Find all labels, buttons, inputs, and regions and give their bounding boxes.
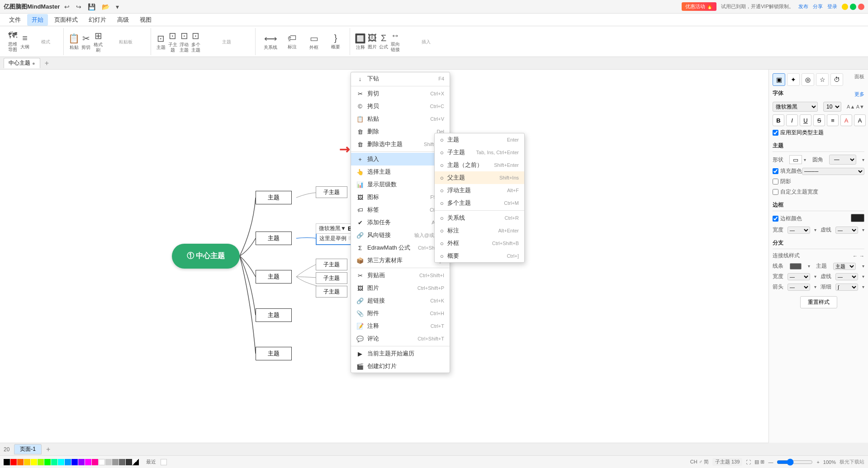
minimize-btn[interactable] [842,4,848,10]
ctx-drill-down[interactable]: ↓ 下钻 F4 [351,72,450,85]
branch-node-5[interactable]: 主题 [256,347,292,360]
border-dash-dropdown[interactable]: ▾ [862,227,864,232]
ctx-cut[interactable]: ✂ 剪切 Ctrl+X [351,87,450,100]
sub-node-3[interactable]: 子主题 [316,259,347,270]
font-size-select[interactable]: 10 [823,102,841,112]
sub-ctx-summary[interactable]: ○ 概要 Ctrl+] [435,250,524,262]
branch-topic-select[interactable]: 主题 [833,263,856,270]
bidirectional-btn[interactable]: ↔ 双向链接 [390,30,401,53]
sub-context-menu[interactable]: ○ 主题 Enter ○ 子主题 Tab, Ins, Ctrl+Enter ○ … [434,133,525,263]
palette-orange[interactable] [17,459,24,465]
apply-same-type-checkbox[interactable] [773,130,778,136]
ctx-create-slide[interactable]: 🎬 创建幻灯片 [351,360,450,373]
login-btn[interactable]: 登录 [827,3,837,10]
tab-add-btn[interactable]: + [42,59,52,67]
branch-width-select[interactable]: — [787,273,810,280]
palette-cyan[interactable] [58,459,64,465]
palette-pink[interactable] [92,459,98,465]
shadow-checkbox[interactable] [773,179,778,184]
palette-violet[interactable] [78,459,85,465]
palette-light-gray[interactable] [105,459,112,465]
branch-node-3[interactable]: 主题 [256,270,292,284]
relation-btn[interactable]: ⟷ 关系线 [260,30,281,53]
font-more-btn[interactable]: 更多 [854,91,864,98]
topic-btn[interactable]: ⊡ 主题 [156,30,166,53]
zoom-slider[interactable] [777,459,813,466]
sub-ctx-topic[interactable]: ○ 主题 Enter [435,133,524,146]
ctx-hyperlink[interactable]: 🔗 超链接 Ctrl+K [351,294,450,307]
panel-panel-toggle[interactable]: 面板 [854,73,864,86]
fullscreen-icon[interactable]: ⛶ [746,459,751,465]
panel-tab-star[interactable]: ☆ [816,73,829,86]
corner-select[interactable]: — [829,155,856,165]
highlight-btn[interactable]: A [854,114,866,126]
connect-right-arrow[interactable]: → [859,253,864,259]
palette-yellow-dark[interactable] [24,459,30,465]
border-dash-select[interactable]: — [835,227,858,234]
frame-btn[interactable]: ▭ 外框 [304,30,324,53]
image-btn[interactable]: 🖼 图片 [367,30,378,53]
branch-dash-dropdown[interactable]: ▾ [862,274,864,279]
sub-ctx-parent-topic[interactable]: ○ 父主题 Shift+Ins [435,171,524,184]
border-color-checkbox[interactable] [773,216,778,222]
publish-btn[interactable]: 发布 [798,3,808,10]
palette-dark-gray[interactable] [119,459,125,465]
align-btn[interactable]: ≡ [827,114,839,126]
sub-ctx-annotation[interactable]: ○ 标注 Alt+Enter [435,224,524,237]
ctx-paste[interactable]: 📋 粘贴 Ctrl+V [351,113,450,125]
panel-tab-clock[interactable]: ⏱ [830,73,843,86]
mindmap-btn[interactable]: 🗺 思维导图 [7,30,19,53]
palette-gradient[interactable] [133,459,139,465]
open-btn[interactable]: 📂 [100,2,111,11]
subtopic-btn[interactable]: ⊡ 子主题 [167,30,178,53]
undo-btn[interactable]: ↩ [62,2,71,11]
palette-yellow[interactable] [31,459,37,465]
sub-ctx-before-topic[interactable]: ○ 主题（之前） Shift+Enter [435,159,524,171]
underline-btn[interactable]: U [800,114,811,126]
menu-file[interactable]: 文件 [5,14,25,26]
branch-node-2[interactable]: 主题 [256,232,292,245]
sub-node-4[interactable]: 子主题 [316,272,347,284]
strikethrough-btn[interactable]: S [813,114,825,126]
edit-font-family[interactable]: 微软雅黑▼ [319,225,346,232]
font-family-select[interactable]: 微软雅黑 [773,102,818,112]
float-topic-btn[interactable]: ⊡ 浮动主题 [179,30,190,53]
sub-node-1[interactable]: 子主题 [316,186,347,198]
branch-line-dropdown[interactable]: ▾ [808,264,810,269]
menu-view[interactable]: 视图 [135,14,156,26]
panel-tab-style[interactable]: ▣ [773,73,785,86]
palette-black[interactable] [4,459,10,465]
palette-gray[interactable] [112,459,119,465]
branch-arrow-dropdown[interactable]: ▾ [814,284,816,289]
ctx-image[interactable]: 🖼 图片 Ctrl+Shift+P [351,282,450,294]
paste-btn[interactable]: 📋 粘贴 [68,30,80,53]
branch-topic-dropdown[interactable]: ▾ [862,264,864,269]
palette-red[interactable] [10,459,17,465]
formula-btn[interactable]: Σ 公式 [379,30,389,53]
branch-arrow-select[interactable]: — [787,284,810,291]
tab-dot[interactable]: ● [32,61,35,66]
promo-button[interactable]: 优惠活动 🔥 [682,2,716,11]
palette-light-blue[interactable] [65,459,71,465]
font-color-btn[interactable]: A [840,114,852,126]
palette-yellow-green[interactable] [38,459,44,465]
border-width-dropdown[interactable]: ▾ [814,227,816,232]
menu-page-style[interactable]: 页面样式 [50,14,82,26]
sub-ctx-relation[interactable]: ○ 关系线 Ctrl+R [435,212,524,224]
fill-color-select[interactable]: ──── [802,168,864,175]
reset-style-btn[interactable]: 重置样式 [800,296,837,308]
fill-color-checkbox[interactable] [773,168,778,174]
panel-tab-format[interactable]: ✦ [787,73,800,86]
sub-ctx-multi-topic[interactable]: ○ 多个主题 Ctrl+M [435,197,524,209]
border-width-select[interactable]: — [787,227,810,234]
palette-green[interactable] [44,459,51,465]
panel-tab-location[interactable]: ◎ [802,73,814,86]
redo-btn[interactable]: ↪ [74,2,83,11]
connect-left-arrow[interactable]: ← [853,253,858,259]
italic-btn[interactable]: I [786,114,798,126]
close-btn[interactable] [858,4,864,10]
recent-color-1[interactable] [161,459,167,465]
palette-spring-green[interactable] [51,459,57,465]
sub-node-5[interactable]: 子主题 [316,286,347,298]
outline-btn[interactable]: ≡ 大纲 [19,30,31,53]
